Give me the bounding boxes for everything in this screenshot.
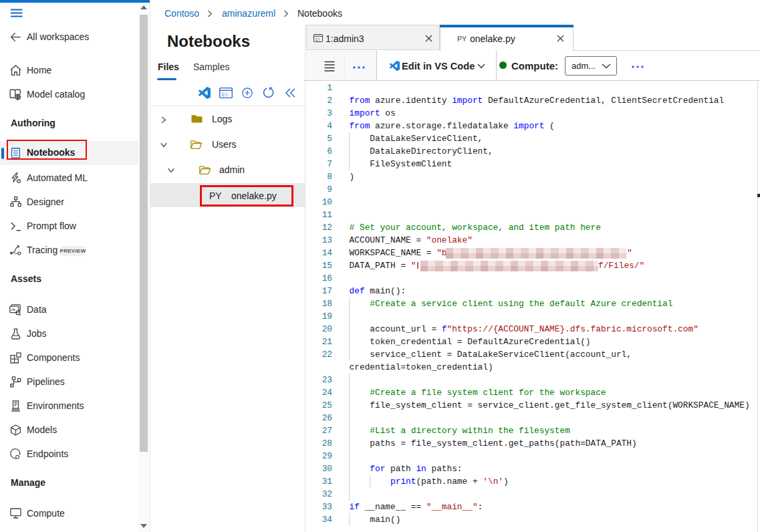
svg-text:C:\: C:\ bbox=[221, 92, 227, 97]
svg-text:C:\: C:\ bbox=[315, 37, 320, 41]
